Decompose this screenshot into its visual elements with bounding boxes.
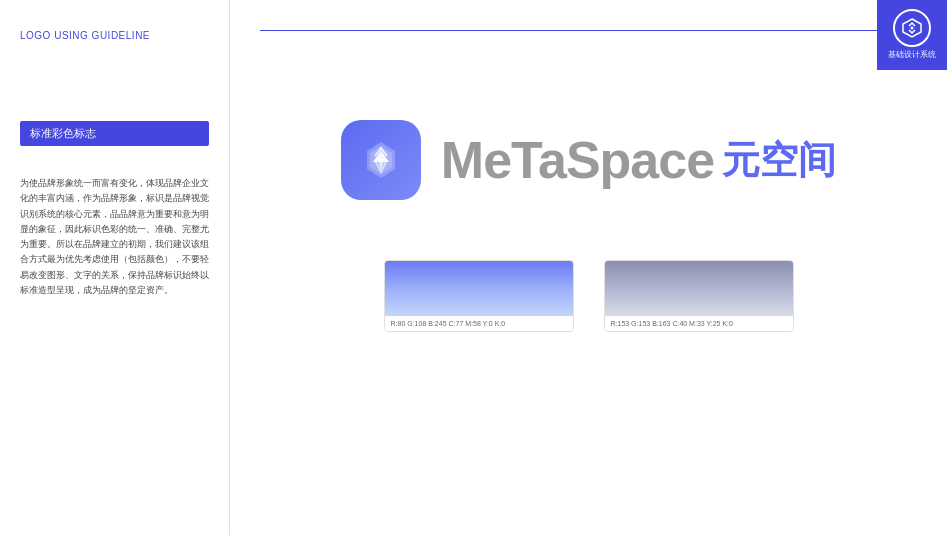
sidebar-badge: 标准彩色标志 bbox=[20, 121, 209, 146]
corner-badge-icon bbox=[893, 9, 931, 47]
corner-logo-icon bbox=[900, 16, 924, 40]
logo-metaspace-text: MeTaSpace bbox=[441, 134, 714, 186]
logo-icon-wrap bbox=[341, 120, 421, 200]
swatch-gradient-gray bbox=[605, 261, 793, 316]
top-line bbox=[260, 30, 917, 31]
swatch-info-blue-text: R:80 G:108 B:245 C:77 M:58 Y:0 K:0 bbox=[391, 320, 506, 327]
swatch-info-gray: R:153 G:153 B:163 C:40 M:33 Y:25 K:0 bbox=[605, 316, 793, 331]
swatch-card-blue: R:80 G:108 B:245 C:77 M:58 Y:0 K:0 bbox=[384, 260, 574, 332]
logo-area: MeTaSpace 元空间 bbox=[260, 120, 917, 200]
page-container: LOGO USING GUIDELINE 标准彩色标志 为使品牌形象统一而富有变… bbox=[0, 0, 947, 535]
logo-text-area: MeTaSpace 元空间 bbox=[441, 134, 836, 186]
swatches-row: R:80 G:108 B:245 C:77 M:58 Y:0 K:0 R:153… bbox=[260, 260, 917, 332]
corner-badge: 基础设计系统 bbox=[877, 0, 947, 70]
main-logo-icon bbox=[355, 134, 407, 186]
sidebar-title: LOGO USING GUIDELINE bbox=[20, 30, 209, 41]
svg-point-0 bbox=[911, 27, 914, 30]
main-content: 基础设计系统 MeTaS bbox=[230, 0, 947, 535]
sidebar: LOGO USING GUIDELINE 标准彩色标志 为使品牌形象统一而富有变… bbox=[0, 0, 230, 535]
swatch-info-gray-text: R:153 G:153 B:163 C:40 M:33 Y:25 K:0 bbox=[611, 320, 733, 327]
corner-badge-text: 基础设计系统 bbox=[888, 50, 936, 60]
swatch-info-blue: R:80 G:108 B:245 C:77 M:58 Y:0 K:0 bbox=[385, 316, 573, 331]
swatch-card-gray: R:153 G:153 B:163 C:40 M:33 Y:25 K:0 bbox=[604, 260, 794, 332]
sidebar-description: 为使品牌形象统一而富有变化，体现品牌企业文化的丰富内涵，作为品牌形象，标识是品牌… bbox=[20, 176, 209, 298]
logo-chinese-text: 元空间 bbox=[722, 141, 836, 179]
swatch-gradient-blue bbox=[385, 261, 573, 316]
